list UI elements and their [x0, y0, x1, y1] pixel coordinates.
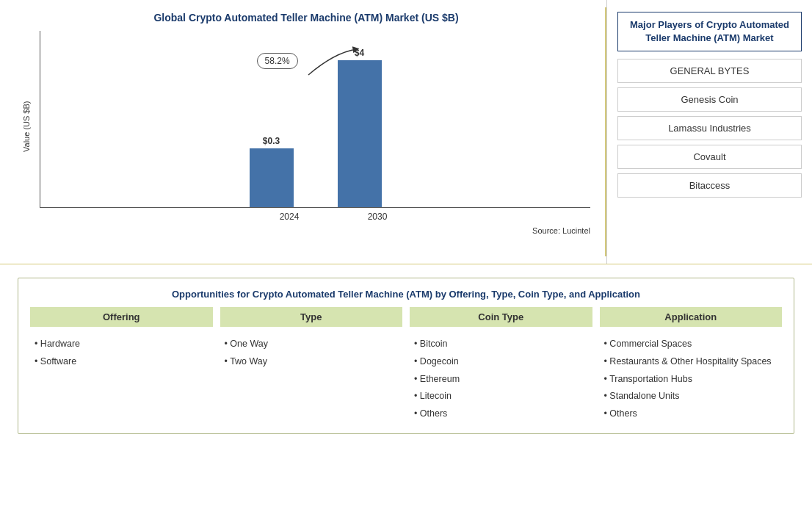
- category-items-offering: Hardware Software: [30, 333, 213, 374]
- category-header-application: Application: [600, 307, 783, 327]
- source-text: Source: Lucintel: [22, 226, 590, 235]
- player-bitaccess: Bitaccess: [617, 173, 802, 198]
- category-header-type: Type: [220, 307, 403, 327]
- right-panel-title: Major Players of Crypto Automated Teller…: [617, 12, 802, 51]
- category-items-type: One Way Two Way: [220, 333, 403, 374]
- bottom-wrapper: Opportunities for Crypto Automated Telle…: [0, 264, 812, 509]
- bottom-section: Opportunities for Crypto Automated Telle…: [18, 278, 794, 434]
- player-general-bytes: GENERAL BYTES: [617, 59, 802, 83]
- chart-wrapper: Value (US $B) 58.2%: [22, 31, 590, 222]
- type-two-way: Two Way: [225, 353, 399, 371]
- chart-area: Global Crypto Automated Teller Machine (…: [0, 0, 605, 264]
- bar-group-2024: $0.3: [250, 136, 294, 207]
- top-section: Global Crypto Automated Teller Machine (…: [0, 0, 812, 264]
- bar-value-2024: $0.3: [263, 136, 280, 146]
- category-header-coin: Coin Type: [410, 307, 592, 327]
- category-type: Type One Way Two Way: [220, 307, 403, 426]
- chart-inner: 58.2%: [40, 31, 590, 222]
- coin-litecoin: Litecoin: [414, 388, 588, 405]
- category-items-application: Commercial Spaces Restaurants & Other Ho…: [600, 333, 783, 426]
- coin-ethereum: Ethereum: [414, 371, 588, 389]
- category-application: Application Commercial Spaces Restaurant…: [600, 307, 783, 426]
- bottom-title: Opportunities for Crypto Automated Telle…: [30, 289, 782, 300]
- category-coin: Coin Type Bitcoin Dogecoin Ethereum Lite…: [410, 307, 592, 426]
- cagr-arrow-svg: [305, 46, 363, 82]
- category-items-coin: Bitcoin Dogecoin Ethereum Litecoin Other…: [410, 333, 592, 426]
- cagr-oval: 58.2%: [257, 53, 298, 69]
- app-transportation: Transportation Hubs: [604, 371, 778, 389]
- x-label-2024: 2024: [267, 212, 311, 222]
- bars-container: 58.2%: [40, 31, 590, 208]
- offering-software: Software: [35, 353, 209, 371]
- coin-others: Others: [414, 405, 588, 423]
- bar-2024: [250, 148, 294, 207]
- app-commercial: Commercial Spaces: [604, 336, 778, 353]
- app-restaurants: Restaurants & Other Hospitality Spaces: [604, 353, 778, 371]
- player-lamassu: Lamassu Industries: [617, 116, 802, 140]
- y-axis-label: Value (US $B): [22, 31, 37, 222]
- offering-hardware: Hardware: [35, 336, 209, 353]
- category-header-offering: Offering: [30, 307, 213, 327]
- main-container: Global Crypto Automated Teller Machine (…: [0, 0, 812, 509]
- coin-bitcoin: Bitcoin: [414, 336, 588, 353]
- type-one-way: One Way: [225, 336, 399, 353]
- app-standalone: Standalone Units: [604, 388, 778, 405]
- player-covault: Covault: [617, 145, 802, 169]
- coin-dogecoin: Dogecoin: [414, 353, 588, 371]
- category-offering: Offering Hardware Software: [30, 307, 213, 426]
- x-label-2030: 2030: [355, 212, 399, 222]
- right-panel: Major Players of Crypto Automated Teller…: [606, 0, 812, 264]
- app-others: Others: [604, 405, 778, 423]
- chart-title: Global Crypto Automated Teller Machine (…: [22, 12, 590, 24]
- bar-2030: [338, 60, 382, 207]
- categories-row: Offering Hardware Software Type One Way …: [30, 307, 782, 426]
- cagr-annotation: 58.2%: [257, 53, 298, 69]
- player-genesis-coin: Genesis Coin: [617, 87, 802, 112]
- x-axis-labels: 2024 2030: [40, 212, 590, 222]
